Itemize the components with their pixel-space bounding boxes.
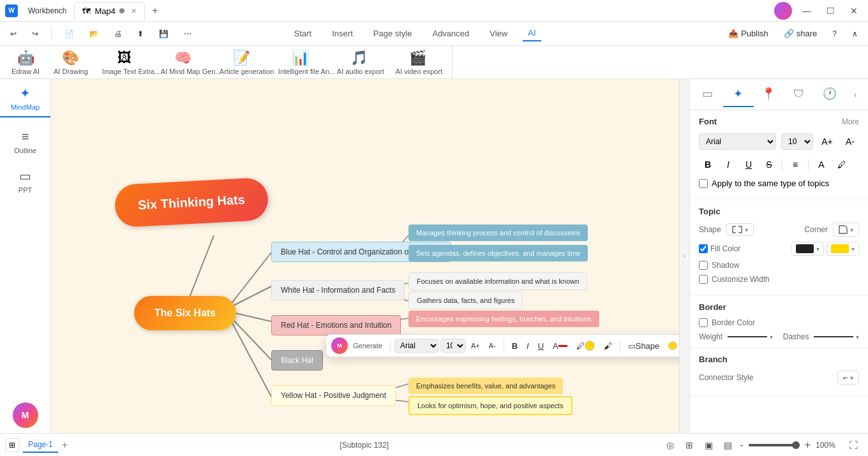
text-color-btn[interactable]: A [812, 156, 830, 173]
panel-collapse-handle[interactable]: › [679, 79, 689, 433]
sub-yellow-1[interactable]: Emphasizes benefits, value, and advantag… [408, 378, 563, 394]
new-tab-btn[interactable]: + [147, 3, 163, 18]
more-tools-btn[interactable]: ⋯ [179, 27, 197, 41]
collapse-ribbon-btn[interactable]: ∧ [847, 27, 863, 41]
align-btn[interactable]: ≡ [786, 156, 804, 173]
user-avatar[interactable] [774, 2, 792, 20]
ft-shape-btn[interactable]: ▭ Shape [624, 339, 664, 353]
ai-mind-map-btn[interactable]: 🧠 AI Mind Map Gen... [154, 47, 212, 78]
sub-white-1[interactable]: Focuses on available information and wha… [408, 272, 587, 290]
branch-white[interactable]: White Hat - Information and Facts [271, 280, 405, 300]
sub-red-1[interactable]: Encourages expressing feelings, hunches,… [408, 311, 599, 327]
open-btn[interactable]: 📂 [84, 27, 104, 41]
tab-close-btn[interactable]: ✕ [131, 7, 137, 15]
ft-font-select[interactable]: Arial [394, 339, 439, 353]
minimize-btn[interactable]: — [797, 3, 816, 18]
ft-increase-font-btn[interactable]: A+ [467, 339, 484, 352]
intelligent-file-btn[interactable]: 📊 Intelligent file An... [272, 47, 329, 78]
fill-color-dark-btn[interactable]: ▾ [791, 242, 824, 256]
menu-ai[interactable]: AI [523, 26, 541, 41]
close-btn[interactable]: ✕ [845, 3, 863, 18]
ft-decrease-font-btn[interactable]: A- [485, 339, 500, 352]
ppt-tab[interactable]: ▭ PPT [3, 162, 48, 199]
maximize-btn[interactable]: ☐ [821, 3, 840, 18]
sub-white-2[interactable]: Gathers data, facts, and figures [408, 291, 523, 309]
rp-tab-shield[interactable]: 🛡 [784, 82, 814, 107]
shadow-checkbox[interactable] [699, 261, 708, 270]
mindmap-tab[interactable]: ✦ MindMap [0, 79, 50, 117]
connector-style-btn[interactable]: ⌐ ▾ [837, 371, 859, 385]
italic-btn[interactable]: I [719, 156, 737, 173]
ft-brush-btn[interactable]: 🖌 [600, 339, 616, 353]
expand-pages-btn[interactable]: ⊞ [5, 438, 19, 452]
ai-drawing-btn[interactable]: 🎨 AI Drawing [47, 47, 94, 78]
title-node[interactable]: Six Thinking Hats [114, 177, 269, 228]
ft-highlight-btn[interactable]: 🖊 [572, 338, 599, 353]
ft-bold-btn[interactable]: B [508, 339, 521, 353]
undo-btn[interactable]: ↩ [5, 27, 22, 41]
fill-color-checkbox[interactable] [699, 244, 708, 253]
ai-video-btn[interactable]: 🎬 AI video export [389, 47, 447, 78]
new-btn[interactable]: 📄 [59, 27, 79, 41]
map4-tab[interactable]: 🗺 Map4 ✕ [74, 2, 145, 20]
save-btn[interactable]: 💾 [154, 27, 174, 41]
rp-tab-clock[interactable]: 🕐 [814, 82, 845, 107]
fit-btn[interactable]: ◎ [663, 438, 677, 452]
bold-btn[interactable]: B [699, 156, 717, 173]
sub-blue-2[interactable]: Sets agendas, defines objectives, and ma… [408, 245, 588, 261]
zoom-plus-btn[interactable]: + [805, 439, 811, 451]
central-node[interactable]: The Six Hats [134, 296, 236, 330]
font-size-select[interactable]: 10 [781, 133, 813, 150]
canvas[interactable]: Six Thinking Hats The Six Hats Blue Hat … [51, 79, 679, 433]
ft-generate-btn[interactable]: Generate [349, 339, 386, 352]
font-section-more[interactable]: More [842, 117, 859, 126]
branch-black[interactable]: Black Hat [271, 350, 323, 371]
share-btn[interactable]: 🔗 share [779, 26, 823, 41]
increase-font-btn[interactable]: A+ [818, 133, 836, 151]
customize-width-checkbox[interactable] [699, 275, 708, 284]
rp-tab-shape[interactable]: ▭ [692, 82, 723, 107]
menu-start[interactable]: Start [289, 26, 317, 41]
weight-arrow[interactable]: ▾ [770, 334, 773, 341]
zoom-minus-btn[interactable]: - [740, 439, 743, 451]
redo-btn[interactable]: ↪ [27, 27, 43, 41]
corner-select-btn[interactable]: ▾ [833, 223, 859, 237]
ft-underline-btn[interactable]: U [534, 339, 548, 353]
strikethrough-btn[interactable]: S [760, 156, 778, 173]
ft-italic-btn[interactable]: I [523, 339, 533, 353]
rp-collapse-btn[interactable]: ‹ [845, 84, 865, 105]
fill-color-yellow-btn[interactable]: ▾ [827, 242, 859, 256]
dashes-arrow[interactable]: ▾ [856, 334, 859, 341]
ft-fill-btn[interactable]: Fill [664, 339, 679, 353]
branch-red[interactable]: Red Hat - Emotions and Intuition [271, 315, 401, 335]
zoom-slider[interactable] [749, 444, 800, 446]
ft-color-btn[interactable]: A [549, 339, 571, 353]
workbench-btn[interactable]: Workbench [23, 4, 71, 18]
layout-btn[interactable]: ▣ [701, 438, 715, 452]
menu-insert[interactable]: Insert [327, 26, 358, 41]
print-btn[interactable]: 🖨 [109, 27, 127, 41]
rp-tab-ai[interactable]: ✦ [723, 82, 754, 107]
ai-audio-btn[interactable]: 🎵 AI audio export [331, 47, 388, 78]
underline-btn[interactable]: U [740, 156, 758, 173]
fullscreen-btn[interactable]: ⛶ [846, 438, 860, 452]
menu-advanced[interactable]: Advanced [427, 26, 474, 41]
decrease-font-btn[interactable]: A- [841, 133, 859, 151]
ft-size-select[interactable]: 10 [440, 339, 466, 353]
sub-yellow-2[interactable]: Looks for optimism, hope, and positive a… [408, 396, 572, 415]
border-color-checkbox[interactable] [699, 318, 708, 327]
menu-page-style[interactable]: Page style [368, 26, 417, 41]
article-gen-btn[interactable]: 📝 Article generation [213, 47, 271, 78]
highlight-btn[interactable]: 🖊 [833, 156, 851, 173]
font-family-select[interactable]: Arial [699, 133, 776, 150]
publish-btn[interactable]: 📤 Publish [723, 26, 774, 41]
export-btn[interactable]: ⬆ [132, 27, 149, 41]
outline-tab[interactable]: ≡ Outline [3, 123, 48, 159]
apply-same-checkbox[interactable] [699, 179, 708, 188]
branch-yellow[interactable]: Yellow Hat - Positive Judgment [271, 385, 396, 406]
view-btn[interactable]: ▤ [721, 438, 735, 452]
page-1-tab[interactable]: Page-1 [23, 438, 58, 453]
add-page-btn[interactable]: + [62, 439, 68, 451]
menu-view[interactable]: View [484, 26, 513, 41]
help-btn[interactable]: ? [827, 27, 842, 41]
